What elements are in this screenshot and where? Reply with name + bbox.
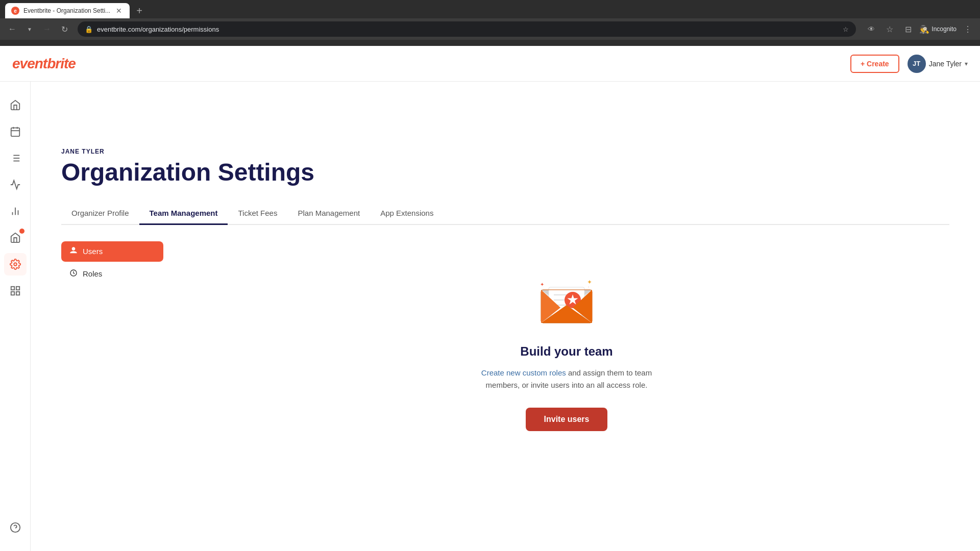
org-name-label: JANE TYLER [61,148,949,155]
sidebar-item-settings[interactable] [4,253,27,276]
sidebar-item-apps[interactable] [4,280,27,302]
tab-close-button[interactable]: ✕ [114,6,124,15]
svg-rect-16 [11,287,14,290]
address-bar[interactable]: 🔒 eventbrite.com/organizations/permissio… [78,21,856,37]
create-custom-roles-link[interactable]: Create new custom roles [481,368,566,377]
sidebar-item-marketing[interactable] [4,173,27,196]
users-icon [69,246,78,257]
svg-rect-19 [11,292,14,295]
panel-roles-label: Roles [83,269,102,278]
panel-users-label: Users [83,247,103,256]
forward-button[interactable]: → [40,22,54,36]
svg-rect-18 [16,292,19,295]
incognito-icon: 🕵 [919,24,929,34]
more-options-icon[interactable]: ⋮ [961,22,975,36]
browser-actions: 👁 ☆ ⊟ 🕵 Incognito ⋮ [864,22,975,36]
panel-item-roles[interactable]: Roles [61,264,163,284]
sidebar-item-help[interactable] [4,516,27,539]
browser-toolbar: ← ▼ → ↻ 🔒 eventbrite.com/organizations/p… [0,18,980,40]
tab-app-extensions[interactable]: App Extensions [370,203,444,225]
page-title: Organization Settings [61,159,949,186]
user-name: Jane Tyler [929,60,962,68]
sidebar-item-orders[interactable] [4,147,27,169]
new-tab-button[interactable]: + [132,3,147,18]
browser-tab-active[interactable]: e Eventbrite - Organization Setti... ✕ [5,3,130,18]
panel-item-users[interactable]: Users [61,241,163,262]
svg-text:✦: ✦ [587,279,592,286]
app-header: eventbrite + Create JT Jane Tyler ▾ [0,46,980,82]
tab-bar: e Eventbrite - Organization Setti... ✕ + [0,0,980,18]
bookmark-icon[interactable]: ☆ [843,26,849,33]
svg-rect-2 [11,128,19,136]
invite-users-button[interactable]: Invite users [526,408,608,431]
chevron-down-icon: ▾ [965,60,968,67]
star-icon[interactable]: ☆ [883,22,897,36]
tab-team-management[interactable]: Team Management [139,203,228,225]
nav-buttons: ← ▼ → ↻ [5,22,71,36]
url-text: eventbrite.com/organizations/permissions [97,26,839,33]
tab-favicon: e [11,7,19,15]
tab-list-button[interactable]: ▼ [22,22,37,36]
tab-plan-management[interactable]: Plan Management [287,203,370,225]
user-menu[interactable]: JT Jane Tyler ▾ [908,55,968,73]
tab-title: Eventbrite - Organization Setti... [23,7,110,14]
reload-button[interactable]: ↻ [57,22,71,36]
sidebar-item-home[interactable] [4,94,27,116]
tab-organizer-profile[interactable]: Organizer Profile [61,203,139,225]
user-avatar: JT [908,55,926,73]
split-view-icon[interactable]: ⊟ [901,22,915,36]
user-initials: JT [913,60,920,67]
finance-notification-badge [19,229,24,234]
build-team-description: Create new custom roles and assign them … [470,367,664,391]
tab-ticket-fees[interactable]: Ticket Fees [228,203,287,225]
svg-text:✦: ✦ [540,282,544,287]
main-content: JANE TYLER Organization Settings Organiz… [31,128,980,551]
svg-rect-17 [16,287,19,290]
left-sidebar [0,82,31,551]
browser-chrome: e Eventbrite - Organization Setti... ✕ +… [0,0,980,46]
eye-off-icon[interactable]: 👁 [864,22,878,36]
eventbrite-logo[interactable]: eventbrite [12,56,76,72]
sidebar-item-finance[interactable] [4,227,27,249]
content-area: Users Roles [61,241,949,462]
tabs-navigation: Organizer Profile Team Management Ticket… [61,203,949,225]
create-button-label: + Create [861,60,889,68]
roles-icon [69,269,78,279]
incognito-badge: 🕵 Incognito [919,24,957,34]
sidebar-item-events[interactable] [4,120,27,143]
sidebar-item-reports[interactable] [4,200,27,222]
back-button[interactable]: ← [5,22,19,36]
envelope-illustration: ✦ · ✦ [536,272,597,328]
empty-state: ✦ · ✦ Build your team Create new custom … [184,241,949,462]
svg-text:e: e [14,8,17,14]
svg-point-15 [14,263,17,266]
app-layout: JANE TYLER Organization Settings Organiz… [0,46,980,551]
incognito-label: Incognito [932,26,957,33]
lock-icon: 🔒 [85,26,93,33]
invite-users-label: Invite users [544,415,590,423]
header-right: + Create JT Jane Tyler ▾ [850,55,968,73]
left-panel: Users Roles [61,241,163,462]
build-team-title: Build your team [520,344,612,359]
create-button[interactable]: + Create [850,55,899,73]
